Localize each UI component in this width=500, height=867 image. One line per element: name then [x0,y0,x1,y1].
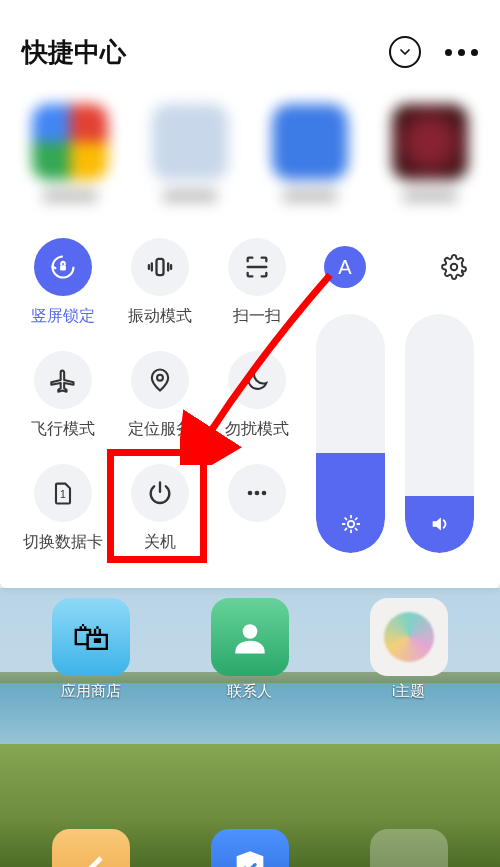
airplane-icon [34,351,92,409]
sim-icon: 1 [34,464,92,522]
shield-icon [211,829,289,867]
auto-brightness-button[interactable]: A [324,246,366,288]
app-contacts[interactable]: 联系人 [211,598,289,701]
notes-icon [52,829,130,867]
app-store[interactable]: 🛍 应用商店 [52,598,130,701]
recent-app[interactable] [142,104,238,202]
auto-letter: A [338,256,351,279]
toggles-grid: 竖屏锁定 振动模式 扫一扫 飞行模式 [22,238,298,553]
toggle-label: 关机 [144,532,176,553]
svg-point-3 [157,375,163,381]
toggle-airplane-mode[interactable]: 飞行模式 [22,351,105,440]
svg-point-7 [261,491,266,496]
chevron-down-icon [397,44,413,60]
scan-icon [228,238,286,296]
gear-icon [441,254,467,280]
dots-icon [228,464,286,522]
recent-app[interactable] [22,104,118,202]
folder-icon [370,829,448,867]
toggle-label: 振动模式 [128,306,192,327]
toggle-power-off[interactable]: 关机 [119,464,202,553]
app-label: 应用商店 [61,682,121,701]
home-apps-row: 🛍 应用商店 联系人 i主题 [0,598,500,701]
sliders-column: A [312,238,478,553]
more-menu-button[interactable] [445,49,478,56]
app-notes[interactable] [52,829,130,867]
app-security[interactable] [211,829,289,867]
toggle-label: 定位服务 [128,419,192,440]
panel-title: 快捷中心 [22,35,126,70]
home-screen: 🛍 应用商店 联系人 i主题 [0,588,500,867]
location-icon [131,351,189,409]
toggle-label: 飞行模式 [31,419,95,440]
power-icon [131,464,189,522]
toggle-location[interactable]: 定位服务 [119,351,202,440]
svg-point-6 [254,491,259,496]
app-folder[interactable] [370,829,448,867]
recent-app[interactable] [382,104,478,202]
toggle-label: 竖屏锁定 [31,306,95,327]
svg-text:1: 1 [60,488,66,500]
home-apps-row-2 [0,829,500,867]
contacts-icon [211,598,289,676]
moon-icon [228,351,286,409]
header-actions [389,36,478,68]
theme-icon [370,598,448,676]
recent-apps-row [22,104,478,202]
toggle-label: 勿扰模式 [225,419,289,440]
svg-point-8 [451,264,458,271]
toggle-vibrate-mode[interactable]: 振动模式 [119,238,202,327]
recent-app[interactable] [262,104,358,202]
app-label: i主题 [392,682,425,701]
volume-icon [429,513,451,539]
store-icon: 🛍 [52,598,130,676]
panel-content: 竖屏锁定 振动模式 扫一扫 飞行模式 [22,238,478,553]
app-label: 联系人 [227,682,272,701]
svg-rect-2 [156,259,163,275]
volume-slider[interactable] [405,314,474,553]
toggle-more[interactable] [215,464,298,553]
svg-point-9 [347,521,353,527]
app-theme[interactable]: i主题 [370,598,448,701]
toggle-portrait-lock[interactable]: 竖屏锁定 [22,238,105,327]
quick-settings-panel: 快捷中心 竖屏锁定 [0,0,500,588]
toggle-sim-switch[interactable]: 1 切换数据卡 [22,464,105,553]
settings-button[interactable] [434,247,474,287]
toggle-label: 扫一扫 [233,306,281,327]
vibrate-icon [131,238,189,296]
svg-rect-1 [60,265,66,270]
brightness-icon [340,513,362,539]
toggle-scan[interactable]: 扫一扫 [215,238,298,327]
brightness-slider[interactable] [316,314,385,553]
toggle-dnd[interactable]: 勿扰模式 [215,351,298,440]
svg-point-10 [243,624,258,639]
lock-rotate-icon [34,238,92,296]
toggle-label: 切换数据卡 [23,532,103,553]
svg-point-5 [247,491,252,496]
panel-header: 快捷中心 [22,30,478,74]
collapse-button[interactable] [389,36,421,68]
